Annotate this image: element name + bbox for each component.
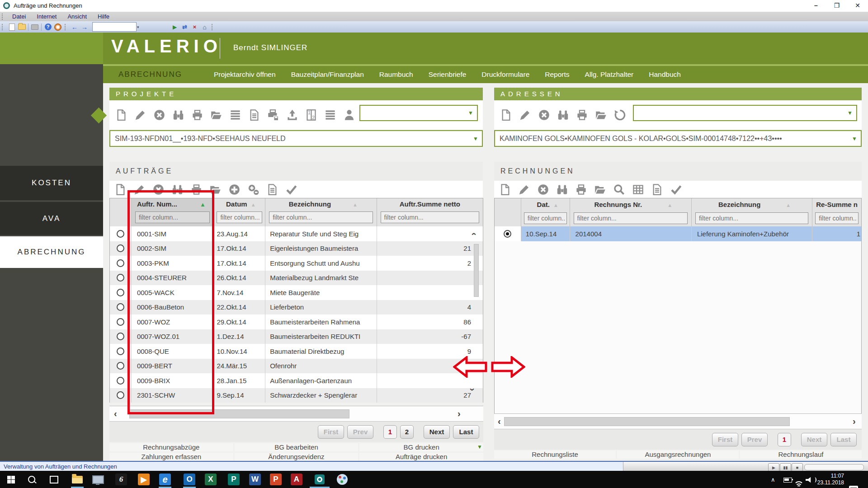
scroll-right-icon[interactable]: › xyxy=(458,409,461,418)
adressen-select[interactable]: KAMINOFEN GOLS•KAMINOFEN GOLS - KOLAR•GO… xyxy=(494,130,862,147)
go-icon[interactable]: ▶ xyxy=(170,23,180,32)
link-auftraege-drucken[interactable]: Aufträge drucken xyxy=(359,453,483,461)
rechnungen-hscrollbar[interactable]: ‹ › xyxy=(494,413,862,430)
column-header-summe[interactable]: Auftr.Summe netto xyxy=(377,198,483,209)
table-row[interactable]: 0006-BauBeton 22.Okt.14 Lieferbeton 4 xyxy=(110,300,483,315)
column-header-bezeichnung[interactable]: Bezeichnung xyxy=(692,198,812,210)
media-slider[interactable] xyxy=(804,464,864,470)
table-row[interactable]: 0007-WOZ 29.Okt.14 Baumeisterarbeiten Ra… xyxy=(110,314,483,329)
filter-summe[interactable] xyxy=(377,209,483,226)
help-icon[interactable]: ? xyxy=(43,23,53,32)
menu-hilfe[interactable]: Hilfe xyxy=(92,12,115,21)
refresh-icon[interactable]: ⇄ xyxy=(180,23,190,32)
table-row[interactable]: 0005-WACK 7.Nov.14 Miete Baugeräte xyxy=(110,285,483,300)
adressen-search-input[interactable] xyxy=(634,105,844,121)
filter-bezeichnung[interactable] xyxy=(692,210,812,226)
row-radio[interactable] xyxy=(117,244,124,252)
back-icon[interactable]: ← xyxy=(70,23,80,32)
history-icon[interactable] xyxy=(614,109,626,121)
scroll-down-icon[interactable]: › xyxy=(468,388,477,391)
filter-input[interactable] xyxy=(217,211,262,223)
column-header-auftr-num[interactable]: Auftr. Num... xyxy=(132,198,214,209)
filter-datum[interactable] xyxy=(214,209,265,226)
maximize-button[interactable] xyxy=(826,0,847,12)
search-icon[interactable] xyxy=(22,472,42,487)
tray-clock[interactable]: 11:07 23.11.2018 xyxy=(816,473,844,486)
delete-icon[interactable] xyxy=(538,109,550,121)
add-icon[interactable] xyxy=(228,183,241,196)
nav-reports[interactable]: Reports xyxy=(545,70,569,79)
next-page-button[interactable]: Next xyxy=(801,433,827,446)
row-radio[interactable] xyxy=(117,274,124,282)
chevron-down-icon[interactable] xyxy=(473,136,478,142)
print-icon[interactable] xyxy=(190,183,203,196)
filter-auftr-num[interactable] xyxy=(132,209,214,226)
volume-icon[interactable] xyxy=(806,477,816,483)
last-page-button[interactable]: Last xyxy=(830,433,857,446)
document-text-icon[interactable] xyxy=(248,109,260,121)
print-icon[interactable] xyxy=(191,109,203,121)
print-icon[interactable] xyxy=(576,109,588,121)
link-rechnungsabzuege[interactable]: Rechnungsabzüge xyxy=(109,443,233,451)
sort-asc-icon[interactable] xyxy=(200,200,206,208)
table-icon[interactable] xyxy=(632,183,644,196)
filter-rechnungsnr[interactable] xyxy=(570,210,692,226)
filter-input[interactable] xyxy=(524,212,567,224)
computer-icon[interactable] xyxy=(88,472,108,487)
link-rechnungslauf[interactable]: Rechnungslauf xyxy=(740,450,862,459)
link-aenderungsevidenz[interactable]: Änderungsevidenz xyxy=(235,453,359,461)
filter-input[interactable] xyxy=(381,211,479,223)
next-page-button[interactable]: Next xyxy=(424,425,450,439)
first-page-button[interactable]: First xyxy=(318,425,344,439)
column-header-rechnungsnr[interactable]: Rechnungs Nr. xyxy=(570,198,692,210)
scroll-left-icon[interactable]: ‹ xyxy=(498,417,501,426)
row-radio[interactable] xyxy=(117,347,124,355)
row-radio[interactable] xyxy=(117,391,124,399)
filter-input[interactable] xyxy=(695,212,808,224)
first-page-button[interactable]: First xyxy=(712,433,738,446)
close-button[interactable] xyxy=(847,0,868,12)
print-icon[interactable] xyxy=(30,23,40,32)
sort-icon[interactable] xyxy=(353,200,358,208)
search-binoculars-icon[interactable] xyxy=(171,183,184,196)
edit-icon[interactable] xyxy=(518,183,530,196)
folder-open-icon[interactable] xyxy=(594,183,606,196)
filter-resumme[interactable] xyxy=(812,210,861,226)
link-zahlungen-erfassen[interactable]: Zahlungen erfassen xyxy=(109,453,233,461)
task-view-icon[interactable] xyxy=(44,472,64,487)
menu-datei[interactable]: Datei xyxy=(7,12,31,21)
sort-icon[interactable] xyxy=(667,201,672,208)
scroll-right-icon[interactable]: › xyxy=(853,417,856,426)
chevron-down-icon[interactable] xyxy=(847,110,853,116)
sort-icon[interactable] xyxy=(251,200,256,208)
page-1-button[interactable]: 1 xyxy=(778,433,791,446)
nav-raumbuch[interactable]: Raumbuch xyxy=(379,70,413,79)
battery-icon[interactable] xyxy=(783,478,792,483)
table-row[interactable]: 0001-SIM 23.Aug.14 Reparatur Stufe und S… xyxy=(110,226,483,241)
last-page-button[interactable]: Last xyxy=(453,425,479,439)
app-six-icon[interactable]: 6 xyxy=(111,472,131,487)
edit-icon[interactable] xyxy=(519,109,531,121)
search-binoculars-icon[interactable] xyxy=(557,109,569,121)
row-radio[interactable] xyxy=(117,230,124,238)
word-icon[interactable]: W xyxy=(245,472,265,487)
projekte-search-input[interactable] xyxy=(360,105,464,121)
nav-bauzeitplan[interactable]: Bauzeitplan/Finanzplan xyxy=(291,70,364,79)
copy-add-icon[interactable] xyxy=(247,183,259,196)
column-header-dat[interactable]: Dat. xyxy=(521,198,570,210)
scroll-left-icon[interactable]: ‹ xyxy=(114,409,117,418)
table-row[interactable]: 0009-BERT 24.Mär.15 Ofenrohr xyxy=(110,359,483,374)
new-document-icon[interactable] xyxy=(499,183,511,196)
edit-icon[interactable] xyxy=(133,183,146,196)
adressen-search-combo[interactable] xyxy=(633,105,857,121)
sort-icon[interactable] xyxy=(786,201,791,208)
check-icon[interactable] xyxy=(670,183,682,196)
column-header-bezeichnung[interactable]: Bezeichnung xyxy=(265,198,377,209)
file-explorer-icon[interactable] xyxy=(67,472,87,487)
new-document-icon[interactable] xyxy=(500,109,512,121)
table-row[interactable]: 0007-WOZ.01 1.Dez.14 Baumeisterarbeiten … xyxy=(110,329,483,344)
prev-page-button[interactable]: Prev xyxy=(741,433,768,446)
sidebar-item-ava[interactable]: AVA xyxy=(0,202,103,235)
address-dropdown-icon[interactable]: ▾ xyxy=(137,25,139,29)
delete-icon[interactable] xyxy=(153,109,165,121)
